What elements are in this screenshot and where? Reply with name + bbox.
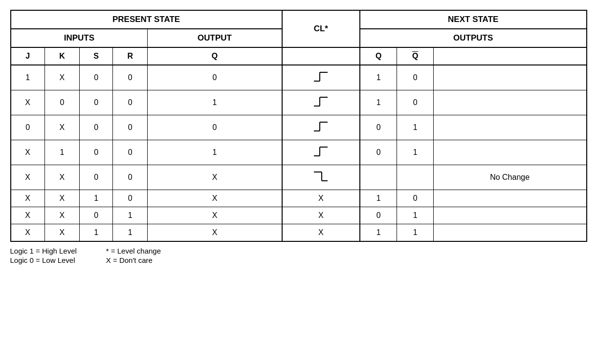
col-Qbar-next: Q bbox=[397, 47, 433, 65]
cell-Q-next: 1 bbox=[360, 65, 397, 90]
cell-S: 0 bbox=[80, 115, 113, 140]
cell-note bbox=[433, 207, 586, 224]
footnote-logic0: Logic 0 = Low Level bbox=[10, 256, 77, 264]
cell-K: 1 bbox=[44, 140, 79, 165]
footnote-x: X = Don't care bbox=[106, 256, 161, 264]
col-Q-next: Q bbox=[360, 47, 397, 65]
cell-Qbar-next: 0 bbox=[397, 190, 433, 207]
table-row: 1 X 0 0 0 1 0 bbox=[11, 65, 587, 90]
cell-Qbar-next: 0 bbox=[397, 90, 433, 115]
cell-CL: X bbox=[282, 190, 360, 207]
cell-J: X bbox=[11, 165, 45, 190]
table-row: X X 1 0 X X 1 0 bbox=[11, 190, 587, 207]
col-J: J bbox=[11, 47, 45, 65]
present-state-header: PRESENT STATE bbox=[11, 10, 282, 29]
col-K: K bbox=[44, 47, 79, 65]
cell-CL bbox=[282, 165, 360, 190]
cell-CL bbox=[282, 140, 360, 165]
cell-K: X bbox=[44, 115, 79, 140]
cell-CL: X bbox=[282, 207, 360, 224]
cell-Q-next: 1 bbox=[360, 190, 397, 207]
cell-R: 0 bbox=[113, 165, 148, 190]
col-CL-header bbox=[282, 47, 360, 65]
cell-Q-present: X bbox=[148, 165, 282, 190]
cell-K: X bbox=[44, 165, 79, 190]
cell-note bbox=[433, 65, 586, 90]
table-row: X X 0 0 X No Change bbox=[11, 165, 587, 190]
table-row: X 1 0 0 1 0 1 bbox=[11, 140, 587, 165]
cell-S: 1 bbox=[80, 190, 113, 207]
cell-Q-next: 1 bbox=[360, 224, 397, 242]
cell-K: X bbox=[44, 224, 79, 242]
cell-Q-next bbox=[360, 165, 397, 190]
cell-note bbox=[433, 90, 586, 115]
footnotes: Logic 1 = High Level Logic 0 = Low Level… bbox=[10, 247, 587, 264]
cell-J: X bbox=[11, 140, 45, 165]
outputs-header: OUTPUTS bbox=[360, 29, 587, 47]
cell-Qbar-next: 1 bbox=[397, 224, 433, 242]
cell-note: No Change bbox=[433, 165, 586, 190]
table-row: X 0 0 0 1 1 0 bbox=[11, 90, 587, 115]
cell-note bbox=[433, 224, 586, 242]
cell-Q-next: 0 bbox=[360, 140, 397, 165]
col-Q-present: Q bbox=[148, 47, 282, 65]
cell-R: 1 bbox=[113, 207, 148, 224]
cell-Q-present: X bbox=[148, 190, 282, 207]
cell-K: 0 bbox=[44, 90, 79, 115]
cell-Q-present: X bbox=[148, 224, 282, 242]
cell-Q-next: 0 bbox=[360, 115, 397, 140]
page-wrapper: PRESENT STATE CL* NEXT STATE INPUTS OUTP… bbox=[10, 10, 587, 264]
cell-note bbox=[433, 140, 586, 165]
qbar-label: Q bbox=[412, 52, 418, 60]
cell-CL bbox=[282, 115, 360, 140]
cell-S: 0 bbox=[80, 90, 113, 115]
cell-J: 0 bbox=[11, 115, 45, 140]
col-S: S bbox=[80, 47, 113, 65]
table-row: X X 0 1 X X 0 1 bbox=[11, 207, 587, 224]
cell-S: 0 bbox=[80, 165, 113, 190]
cell-J: X bbox=[11, 190, 45, 207]
cell-J: 1 bbox=[11, 65, 45, 90]
cell-CL bbox=[282, 65, 360, 90]
cell-S: 0 bbox=[80, 140, 113, 165]
cell-Q-present: 0 bbox=[148, 65, 282, 90]
cell-S: 0 bbox=[80, 65, 113, 90]
cell-R: 0 bbox=[113, 190, 148, 207]
cell-Q-present: 1 bbox=[148, 90, 282, 115]
cl-header: CL* bbox=[282, 10, 360, 47]
inputs-header: INPUTS bbox=[11, 29, 148, 47]
cell-Q-next: 0 bbox=[360, 207, 397, 224]
cell-Q-present: 0 bbox=[148, 115, 282, 140]
next-state-header: NEXT STATE bbox=[360, 10, 587, 29]
output-header: OUTPUT bbox=[148, 29, 282, 47]
cell-K: X bbox=[44, 190, 79, 207]
cell-Qbar-next: 1 bbox=[397, 140, 433, 165]
cell-R: 1 bbox=[113, 224, 148, 242]
cell-S: 1 bbox=[80, 224, 113, 242]
table-row: 0 X 0 0 0 0 1 bbox=[11, 115, 587, 140]
cell-R: 0 bbox=[113, 140, 148, 165]
cell-K: X bbox=[44, 207, 79, 224]
cell-Q-present: X bbox=[148, 207, 282, 224]
cell-Q-next: 1 bbox=[360, 90, 397, 115]
cell-R: 0 bbox=[113, 65, 148, 90]
table-row: X X 1 1 X X 1 1 bbox=[11, 224, 587, 242]
cell-CL: X bbox=[282, 224, 360, 242]
cell-note bbox=[433, 190, 586, 207]
footnote-star: * = Level change bbox=[106, 247, 161, 255]
cell-Qbar-next: 1 bbox=[397, 115, 433, 140]
cell-K: X bbox=[44, 65, 79, 90]
col-R: R bbox=[113, 47, 148, 65]
cell-J: X bbox=[11, 207, 45, 224]
footnote-left: Logic 1 = High Level Logic 0 = Low Level bbox=[10, 247, 77, 264]
cell-Qbar-next: 1 bbox=[397, 207, 433, 224]
col-note-header bbox=[433, 47, 586, 65]
cell-J: X bbox=[11, 224, 45, 242]
cell-note bbox=[433, 115, 586, 140]
cell-Q-present: 1 bbox=[148, 140, 282, 165]
cell-Qbar-next bbox=[397, 165, 433, 190]
footnote-logic1: Logic 1 = High Level bbox=[10, 247, 77, 255]
state-table: PRESENT STATE CL* NEXT STATE INPUTS OUTP… bbox=[10, 10, 587, 242]
cell-R: 0 bbox=[113, 90, 148, 115]
cell-S: 0 bbox=[80, 207, 113, 224]
